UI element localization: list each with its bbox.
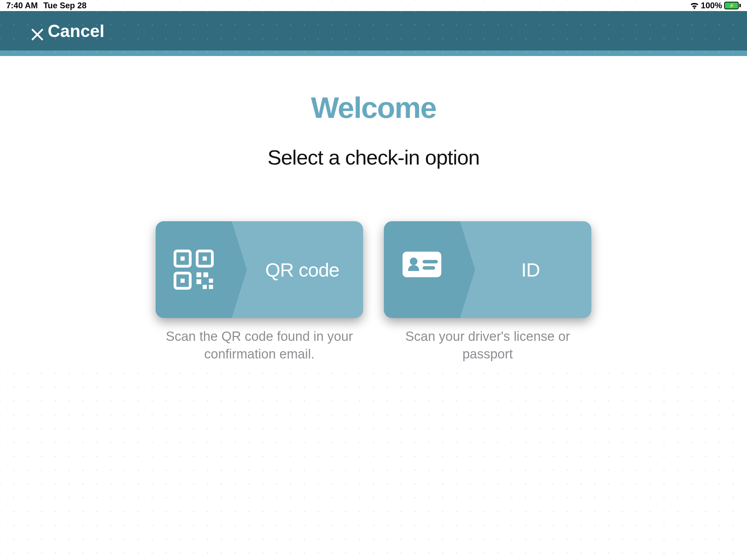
qr-code-icon-area	[156, 221, 232, 318]
svg-rect-9	[203, 272, 208, 277]
id-button[interactable]: ID	[384, 221, 591, 318]
wifi-icon	[690, 2, 699, 9]
svg-rect-5	[203, 256, 207, 261]
svg-rect-13	[209, 285, 213, 289]
svg-rect-12	[203, 285, 207, 289]
cancel-label: Cancel	[48, 21, 104, 41]
svg-rect-11	[209, 279, 213, 283]
svg-point-15	[410, 258, 417, 265]
main-content: Welcome Select a check-in option	[0, 56, 747, 363]
svg-rect-8	[196, 272, 201, 277]
qr-code-description: Scan the QR code found in your confirmat…	[163, 328, 356, 363]
id-label: ID	[521, 259, 540, 281]
option-id-wrap: ID Scan your driver's license or passpor…	[384, 221, 591, 363]
page-subtitle: Select a check-in option	[0, 146, 747, 169]
battery-percent: 100%	[701, 1, 722, 10]
svg-rect-16	[423, 260, 438, 263]
status-date: Tue Sep 28	[43, 1, 86, 10]
qr-code-label: QR code	[265, 259, 339, 281]
close-icon	[31, 25, 44, 37]
cancel-button[interactable]: Cancel	[31, 21, 104, 41]
svg-rect-3	[181, 256, 185, 261]
option-qr-wrap: QR code Scan the QR code found in your c…	[156, 221, 363, 363]
qr-code-button[interactable]: QR code	[156, 221, 363, 318]
svg-rect-10	[196, 279, 201, 284]
options-row: QR code Scan the QR code found in your c…	[0, 221, 747, 363]
battery-icon: ⚡	[724, 2, 741, 9]
page-title: Welcome	[0, 91, 747, 125]
qr-code-icon	[173, 249, 214, 290]
header-bar: Cancel	[0, 11, 747, 56]
id-description: Scan your driver's license or passport	[391, 328, 584, 363]
svg-rect-17	[423, 266, 435, 270]
svg-rect-14	[403, 252, 441, 277]
status-bar: 7:40 AM Tue Sep 28 100% ⚡	[0, 0, 747, 11]
svg-rect-7	[181, 279, 185, 283]
id-icon-area	[384, 221, 460, 318]
id-card-icon	[401, 249, 443, 290]
status-time: 7:40 AM	[6, 1, 38, 10]
